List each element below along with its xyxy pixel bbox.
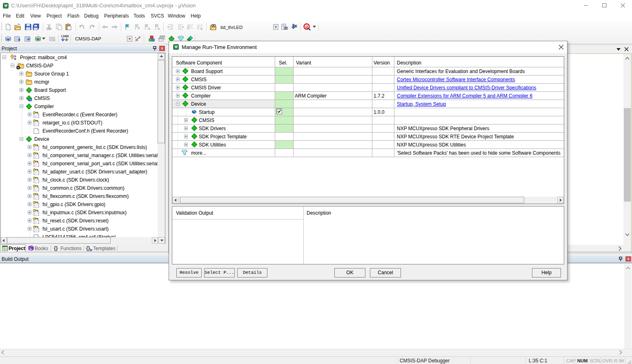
svg-text:q: q <box>305 24 308 29</box>
svg-text:LOAD: LOAD <box>61 35 69 38</box>
svg-text:?: ? <box>31 248 32 251</box>
